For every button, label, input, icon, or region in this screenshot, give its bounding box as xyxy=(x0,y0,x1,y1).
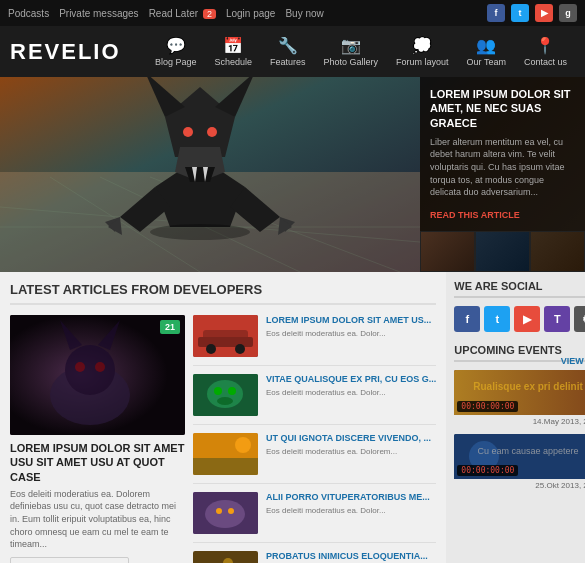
featured-article-image: 21 xyxy=(10,315,185,435)
blog-icon: 💬 xyxy=(166,36,186,55)
events-title: UPCOMING EVENTS View all xyxy=(454,344,585,362)
list-item: UT QUI IGNOTA DISCERE VIVENDO, ... Eos d… xyxy=(193,433,436,484)
svg-point-49 xyxy=(228,508,234,514)
article-info-1: LOREM IPSUM DOLOR SIT AMET US... Eos del… xyxy=(266,315,436,339)
logo: REVELIO xyxy=(10,39,121,65)
list-item: LOREM IPSUM DOLOR SIT AMET US... Eos del… xyxy=(193,315,436,366)
svg-point-38 xyxy=(214,387,222,395)
nav-contact[interactable]: 📍 Contact us xyxy=(516,32,575,71)
social-section: WE ARE SOCIAL f t ▶ T ⚙ xyxy=(454,280,585,332)
svg-point-26 xyxy=(65,345,115,395)
read-full-article-button[interactable]: READ FULL ARTICLE xyxy=(10,557,129,563)
hero-thumb-3[interactable] xyxy=(530,231,585,272)
article-thumb-2 xyxy=(193,374,258,416)
nav-team[interactable]: 👥 Our Team xyxy=(459,32,514,71)
read-later-badge: 2 xyxy=(203,9,216,19)
article-excerpt-2: Eos deleiti moderatius ea. Dolor... xyxy=(266,387,436,398)
svg-point-23 xyxy=(150,224,250,240)
svg-rect-42 xyxy=(193,458,258,475)
nav-schedule[interactable]: 📅 Schedule xyxy=(206,32,260,71)
twitter-icon-small[interactable]: t xyxy=(511,4,529,22)
forum-icon: 💭 xyxy=(412,36,432,55)
hero-thumb-2[interactable] xyxy=(475,231,530,272)
featured-article-title: LOREM IPSUM DOLOR SIT AMET USU SIT AMET … xyxy=(10,441,185,484)
articles-row: 21 LOREM IPSUM DOLOR SIT AMET USU SIT AM… xyxy=(10,315,436,563)
main-content: LATEST ARTICLES FROM DEVELOPERS xyxy=(0,272,585,563)
featured-article-text: Eos deleiti moderatius ea. Dolorem defin… xyxy=(10,488,185,551)
article-excerpt-3: Eos deleiti moderatius ea. Dolorem... xyxy=(266,446,436,457)
nav-features[interactable]: 🔧 Features xyxy=(262,32,314,71)
article-title-2: VITAE QUALISQUE EX PRI, CU EOS G... xyxy=(266,374,436,384)
youtube-icon-small[interactable]: ▶ xyxy=(535,4,553,22)
nav-gallery[interactable]: 📷 Photo Gallery xyxy=(316,32,387,71)
article-thumb-5 xyxy=(193,551,258,563)
article-title-5: PROBATUS INIMICUS ELOQUENTIA... xyxy=(266,551,436,561)
svg-point-13 xyxy=(207,127,217,137)
article-info-5: PROBATUS INIMICUS ELOQUENTIA... Eos dele… xyxy=(266,551,436,563)
svg-point-35 xyxy=(235,344,245,354)
hero-thumb-1[interactable] xyxy=(420,231,475,272)
read-later-link[interactable]: Read Later 2 xyxy=(149,8,216,19)
header: REVELIO 💬 Blog Page 📅 Schedule 🔧 Feature… xyxy=(0,26,585,77)
article-info-3: UT QUI IGNOTA DISCERE VIVENDO, ... Eos d… xyxy=(266,433,436,457)
article-info-2: VITAE QUALISQUE EX PRI, CU EOS G... Eos … xyxy=(266,374,436,398)
article-excerpt-1: Eos deleiti moderatius ea. Dolor... xyxy=(266,328,436,339)
event-date-2: 25.Okt 2013, 20:00 xyxy=(454,479,585,492)
article-title-4: ALII PORRO VITUPERATORIBUS ME... xyxy=(266,492,436,502)
twitch-button[interactable]: T xyxy=(544,306,570,332)
facebook-button[interactable]: f xyxy=(454,306,480,332)
top-bar-links: Podcasts Private messages Read Later 2 L… xyxy=(8,8,324,19)
content-area: LATEST ARTICLES FROM DEVELOPERS xyxy=(0,272,446,563)
event-item-1: Rualisque ex pri delinit 00:00:00:00 14.… xyxy=(454,370,585,428)
svg-point-34 xyxy=(206,344,216,354)
nav-forum[interactable]: 💭 Forum layout xyxy=(388,32,457,71)
article-thumb-1 xyxy=(193,315,258,357)
svg-point-40 xyxy=(217,397,233,405)
social-title: WE ARE SOCIAL xyxy=(454,280,585,298)
article-thumb-4 xyxy=(193,492,258,534)
gallery-icon: 📷 xyxy=(341,36,361,55)
googleplus-icon-small[interactable]: g xyxy=(559,4,577,22)
list-item: PROBATUS INIMICUS ELOQUENTIA... Eos dele… xyxy=(193,551,436,563)
buy-now-link[interactable]: Buy now xyxy=(285,8,323,19)
podcasts-link[interactable]: Podcasts xyxy=(8,8,49,19)
hero-section: LOREM IPSUM DOLOR SIT AMET, NE NEC SUAS … xyxy=(0,77,585,272)
event-timer-1: 00:00:00:00 xyxy=(457,401,518,412)
event-date-1: 14.May 2013, 20:00 xyxy=(454,415,585,428)
latest-articles-title: LATEST ARTICLES FROM DEVELOPERS xyxy=(10,282,436,305)
svg-point-39 xyxy=(228,387,236,395)
featured-article: 21 LOREM IPSUM DOLOR SIT AMET USU SIT AM… xyxy=(10,315,185,563)
schedule-icon: 📅 xyxy=(223,36,243,55)
nav-blog[interactable]: 💬 Blog Page xyxy=(147,32,205,71)
events-section: UPCOMING EVENTS View all Rualisque ex pr… xyxy=(454,344,585,492)
view-all-link[interactable]: View all xyxy=(561,356,585,366)
read-this-article-button[interactable]: READ THIS ARTICLE xyxy=(430,210,520,220)
youtube-button[interactable]: ▶ xyxy=(514,306,540,332)
login-page-link[interactable]: Login page xyxy=(226,8,276,19)
article-info-4: ALII PORRO VITUPERATORIBUS ME... Eos del… xyxy=(266,492,436,516)
private-messages-link[interactable]: Private messages xyxy=(59,8,138,19)
event-image-1: Rualisque ex pri delinit 00:00:00:00 xyxy=(454,370,585,415)
steam-button[interactable]: ⚙ xyxy=(574,306,585,332)
event-timer-2: 00:00:00:00 xyxy=(457,465,518,476)
svg-point-12 xyxy=(183,127,193,137)
hero-card-text: Liber alterum mentitum ea vel, cu debet … xyxy=(430,136,575,199)
hero-card-title: LOREM IPSUM DOLOR SIT AMET, NE NEC SUAS … xyxy=(430,87,575,130)
article-title-3: UT QUI IGNOTA DISCERE VIVENDO, ... xyxy=(266,433,436,443)
svg-point-30 xyxy=(95,362,105,372)
contact-icon: 📍 xyxy=(535,36,555,55)
event-item-2: Cu eam causae appetere 00:00:00:00 25.Ok… xyxy=(454,434,585,492)
svg-point-45 xyxy=(205,500,245,528)
svg-point-48 xyxy=(216,508,222,514)
twitter-button[interactable]: t xyxy=(484,306,510,332)
social-icons-row: f t ▶ T ⚙ xyxy=(454,306,585,332)
hero-thumbnails xyxy=(420,231,585,272)
hero-card: LOREM IPSUM DOLOR SIT AMET, NE NEC SUAS … xyxy=(420,77,585,231)
hero-image xyxy=(0,77,420,272)
svg-rect-33 xyxy=(198,337,253,347)
sidebar-right: WE ARE SOCIAL f t ▶ T ⚙ UPCOMING EVENTS … xyxy=(446,272,585,563)
features-icon: 🔧 xyxy=(278,36,298,55)
hero-sidebar: LOREM IPSUM DOLOR SIT AMET, NE NEC SUAS … xyxy=(420,77,585,272)
top-bar: Podcasts Private messages Read Later 2 L… xyxy=(0,0,585,26)
facebook-icon-small[interactable]: f xyxy=(487,4,505,22)
